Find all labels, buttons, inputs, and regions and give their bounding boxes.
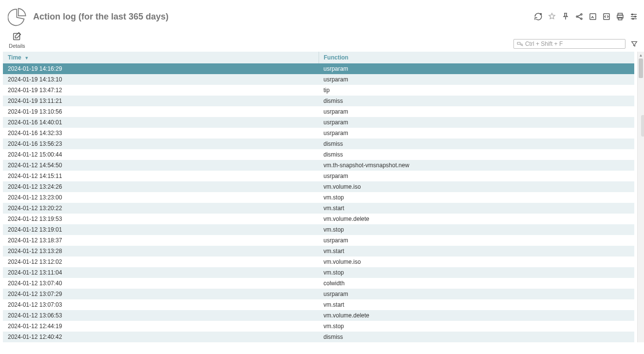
col-time-label: Time [8, 54, 21, 61]
cell-function: vm.th-snapshot-vmsnapshot.new [319, 160, 634, 171]
cell-function: vm.stop [319, 224, 634, 235]
settings-sliders-icon[interactable] [629, 12, 638, 21]
cell-function: tip [319, 85, 634, 96]
cell-time: 2024-01-12 13:18:37 [3, 235, 319, 246]
table-row[interactable]: 2024-01-16 13:56:23dismiss [3, 138, 634, 149]
table-header-row: Time ▼ Function [3, 52, 634, 63]
cell-function: vm.stop [319, 321, 634, 332]
cell-time: 2024-01-19 14:16:29 [3, 63, 319, 74]
table-row[interactable]: 2024-01-19 14:16:29usrparam [3, 63, 634, 74]
table-row[interactable]: 2024-01-12 13:19:53vm.volume.delete [3, 214, 634, 224]
table-row[interactable]: 2024-01-12 13:07:29usrparam [3, 289, 634, 299]
table-row[interactable]: 2024-01-16 14:32:33usrparam [3, 128, 634, 138]
cell-time: 2024-01-12 13:19:53 [3, 214, 319, 224]
svg-point-11 [632, 18, 633, 19]
table-row[interactable]: 2024-01-19 13:10:56usrparam [3, 106, 634, 117]
table-row[interactable]: 2024-01-12 13:06:53vm.volume.delete [3, 310, 634, 321]
cell-time: 2024-01-12 13:20:22 [3, 203, 319, 214]
table-row[interactable]: 2024-01-12 13:12:02vm.volume.iso [3, 256, 634, 267]
table-row[interactable]: 2024-01-12 13:13:28vm.start [3, 246, 634, 256]
export-code-icon[interactable] [602, 12, 611, 21]
keyboard-search-icon [517, 40, 523, 47]
svg-point-9 [632, 14, 633, 15]
toolbar-left: Details [9, 31, 25, 49]
col-function-header[interactable]: Function [319, 52, 634, 63]
cell-function: vm.volume.delete [319, 214, 634, 224]
cell-time: 2024-01-12 13:07:40 [3, 278, 319, 289]
cell-function: usrparam [319, 117, 634, 128]
cell-time: 2024-01-12 15:00:44 [3, 149, 319, 160]
cell-function: usrparam [319, 289, 634, 299]
cell-function: usrparam [319, 235, 634, 246]
cell-function: dismiss [319, 138, 634, 149]
cell-function: usrparam [319, 171, 634, 181]
star-outline-icon[interactable] [548, 12, 556, 21]
table-row[interactable]: 2024-01-12 13:07:03vm.start [3, 299, 634, 310]
pie-chart-icon [8, 7, 27, 26]
col-time-header[interactable]: Time ▼ [3, 52, 319, 63]
cell-function: vm.stop [319, 192, 634, 203]
page-title: Action log (for the last 365 days) [33, 12, 169, 22]
cell-time: 2024-01-12 13:07:29 [3, 289, 319, 299]
table-row[interactable]: 2024-01-12 12:40:42dismiss [3, 332, 634, 342]
cell-function: usrparam [319, 106, 634, 117]
svg-point-14 [521, 44, 522, 45]
cell-time: 2024-01-16 14:40:01 [3, 117, 319, 128]
table-row[interactable]: 2024-01-16 14:40:01usrparam [3, 117, 634, 128]
action-log-table: Time ▼ Function 2024-01-19 14:16:29usrpa… [3, 52, 634, 342]
search-input[interactable] [525, 40, 622, 47]
table-row[interactable]: 2024-01-12 13:20:22vm.start [3, 203, 634, 214]
page-header: Action log (for the last 365 days) [0, 0, 644, 31]
pin-icon[interactable] [561, 12, 570, 21]
cell-time: 2024-01-12 13:11:04 [3, 267, 319, 278]
cell-function: vm.stop [319, 267, 634, 278]
search-box[interactable] [513, 39, 625, 49]
cell-time: 2024-01-12 13:12:02 [3, 256, 319, 267]
cell-time: 2024-01-12 13:13:28 [3, 246, 319, 256]
table-row[interactable]: 2024-01-12 12:44:19vm.stop [3, 321, 634, 332]
side-collapse-handle[interactable] [641, 115, 644, 137]
export-csv-icon[interactable] [588, 12, 597, 21]
cell-time: 2024-01-12 13:07:03 [3, 299, 319, 310]
cell-function: vm.start [319, 246, 634, 256]
svg-point-10 [635, 16, 636, 17]
table-row[interactable]: 2024-01-12 13:23:00vm.stop [3, 192, 634, 203]
scroll-up-icon[interactable]: ▲ [638, 52, 644, 59]
toolbar-right [513, 39, 638, 49]
table-row[interactable]: 2024-01-12 13:19:01vm.stop [3, 224, 634, 235]
cell-function: vm.volume.iso [319, 256, 634, 267]
col-function-label: Function [324, 54, 349, 61]
table-row[interactable]: 2024-01-19 13:47:12tip [3, 85, 634, 96]
share-icon[interactable] [575, 12, 584, 21]
table-row[interactable]: 2024-01-12 13:11:04vm.stop [3, 267, 634, 278]
scrollbar[interactable]: ▲ [637, 52, 644, 342]
table-row[interactable]: 2024-01-12 14:54:50vm.th-snapshot-vmsnap… [3, 160, 634, 171]
cell-time: 2024-01-12 13:23:00 [3, 192, 319, 203]
table-row[interactable]: 2024-01-12 15:00:44dismiss [3, 149, 634, 160]
refresh-icon[interactable] [534, 12, 543, 21]
cell-function: dismiss [319, 332, 634, 342]
cell-time: 2024-01-12 13:19:01 [3, 224, 319, 235]
table-row[interactable]: 2024-01-12 13:24:26vm.volume.iso [3, 181, 634, 192]
cell-time: 2024-01-19 13:10:56 [3, 106, 319, 117]
cell-function: vm.start [319, 203, 634, 214]
scroll-thumb[interactable] [639, 59, 643, 78]
svg-point-3 [581, 18, 582, 20]
cell-time: 2024-01-12 12:44:19 [3, 321, 319, 332]
filter-icon[interactable] [630, 40, 638, 48]
cell-function: colwidth [319, 278, 634, 289]
table-row[interactable]: 2024-01-12 13:07:40colwidth [3, 278, 634, 289]
cell-function: vm.volume.delete [319, 310, 634, 321]
cell-time: 2024-01-12 13:24:26 [3, 181, 319, 192]
cell-time: 2024-01-12 12:40:42 [3, 332, 319, 342]
details-button[interactable]: Details [9, 31, 25, 49]
cell-function: usrparam [319, 128, 634, 138]
table-row[interactable]: 2024-01-19 14:13:10usrparam [3, 74, 634, 85]
cell-function: vm.volume.iso [319, 181, 634, 192]
cell-function: dismiss [319, 96, 634, 106]
table-row[interactable]: 2024-01-12 14:15:11usrparam [3, 171, 634, 181]
table-row[interactable]: 2024-01-12 13:18:37usrparam [3, 235, 634, 246]
cell-function: usrparam [319, 63, 634, 74]
table-row[interactable]: 2024-01-19 13:11:21dismiss [3, 96, 634, 106]
print-icon[interactable] [616, 12, 625, 21]
